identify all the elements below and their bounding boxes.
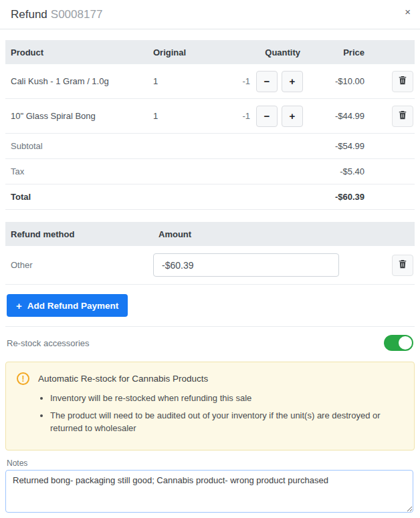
header-amount: Amount (153, 229, 345, 239)
modal-header: Refund S0008177 × (0, 0, 420, 29)
warning-bullet: The product will need to be audited out … (50, 409, 398, 435)
close-icon[interactable]: × (405, 7, 411, 17)
add-refund-payment-button[interactable]: + Add Refund Payment (7, 294, 128, 317)
header-quantity: Quantity (239, 47, 303, 57)
restock-row: Re-stock accessories (5, 326, 415, 359)
subtotal-value: -$54.99 (303, 141, 364, 151)
line-price: -$44.99 (303, 111, 364, 121)
refund-method-section: Refund method Amount Other + Add Refund … (5, 222, 415, 326)
product-name: 10" Glass Spiral Bong (5, 111, 153, 121)
notes-section: Notes Returned bong- packaging still goo… (5, 459, 415, 513)
row-actions (364, 71, 415, 92)
quantity-cell: -1 − + (239, 71, 303, 92)
decrement-button[interactable]: − (256, 106, 278, 127)
total-label: Total (5, 192, 303, 202)
header-refund-method: Refund method (5, 229, 153, 239)
amount-input[interactable] (153, 253, 339, 277)
row-actions (377, 255, 415, 276)
original-qty: 1 (153, 76, 239, 86)
product-name: Cali Kush - 1 Gram / 1.0g (5, 76, 153, 86)
warning-bullet-list: Inventory will be re-stocked when refund… (50, 392, 403, 435)
quantity-cell: -1 − + (239, 106, 303, 127)
refund-method-header: Refund method Amount (5, 222, 415, 246)
trash-icon (398, 110, 407, 122)
decrement-button[interactable]: − (256, 71, 278, 92)
delete-row-button[interactable] (392, 106, 413, 127)
restock-toggle[interactable] (384, 335, 413, 351)
method-name: Other (5, 260, 153, 270)
restock-label: Re-stock accessories (7, 338, 90, 348)
table-row: Cali Kush - 1 Gram / 1.0g 1 -1 − + -$10.… (5, 64, 415, 99)
total-row: Total -$60.39 (5, 184, 415, 210)
header-original: Original (153, 47, 239, 57)
header-product: Product (5, 47, 153, 57)
increment-button[interactable]: + (282, 106, 303, 127)
modal-body: Product Original Quantity Price Cali Kus… (0, 29, 420, 518)
refund-qty: -1 (242, 76, 250, 86)
trash-icon (398, 259, 407, 271)
tax-label: Tax (5, 166, 303, 176)
row-actions (364, 106, 415, 127)
subtotal-label: Subtotal (5, 141, 303, 151)
warning-icon: ! (17, 372, 29, 385)
tax-value: -$5.40 (303, 166, 364, 176)
notes-textarea[interactable]: Returned bong- packaging still good; Can… (5, 470, 413, 513)
trash-icon (398, 76, 407, 87)
increment-button[interactable]: + (282, 71, 303, 92)
restock-warning-box: ! Automatic Re-stock for Cannabis Produc… (5, 362, 415, 450)
total-value: -$60.39 (303, 192, 364, 202)
refund-qty: -1 (242, 111, 250, 121)
plus-icon: + (16, 300, 22, 311)
modal-title: Refund (11, 8, 47, 21)
subtotal-row: Subtotal -$54.99 (5, 134, 415, 159)
refund-method-row: Other (5, 246, 415, 285)
amount-cell (153, 253, 345, 277)
warning-header: ! Automatic Re-stock for Cannabis Produc… (17, 372, 403, 385)
original-qty: 1 (153, 111, 239, 121)
toggle-knob (399, 336, 412, 350)
tax-row: Tax -$5.40 (5, 159, 415, 184)
table-row: 10" Glass Spiral Bong 1 -1 − + -$44.99 (5, 99, 415, 134)
line-price: -$10.00 (303, 76, 364, 86)
add-refund-payment-label: Add Refund Payment (27, 301, 119, 311)
product-table-header: Product Original Quantity Price (5, 40, 415, 64)
notes-label: Notes (5, 459, 415, 468)
warning-bullet: Inventory will be re-stocked when refund… (50, 392, 398, 405)
warning-title: Automatic Re-stock for Cannabis Products (38, 374, 208, 384)
delete-payment-button[interactable] (392, 255, 413, 276)
delete-row-button[interactable] (392, 71, 413, 92)
header-price: Price (303, 47, 364, 57)
order-number: S0008177 (51, 8, 103, 21)
